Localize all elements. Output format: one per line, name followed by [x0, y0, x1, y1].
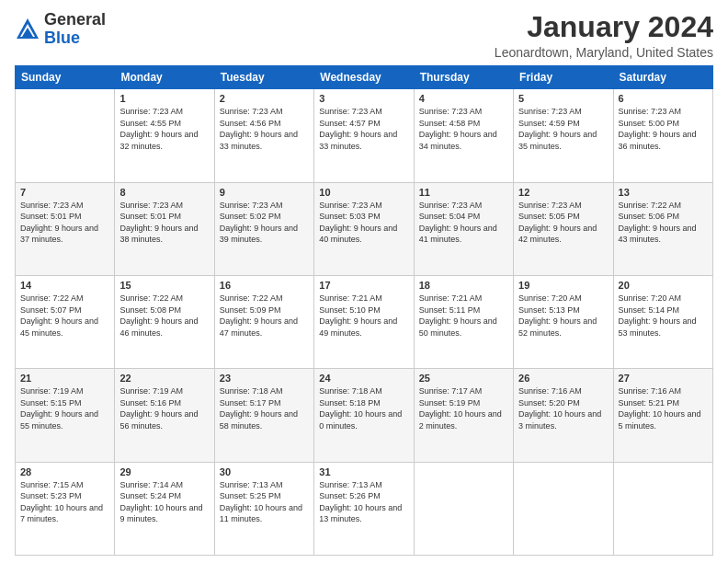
daylight-text: Daylight: 10 hours and 11 minutes.	[220, 503, 302, 524]
sunset-text: Sunset: 4:55 PM	[119, 119, 181, 128]
day-number: 23	[220, 373, 309, 384]
sunset-text: Sunset: 5:08 PM	[119, 305, 181, 315]
daylight-text: Daylight: 9 hours and 42 minutes.	[518, 224, 597, 245]
day-number: 1	[119, 93, 209, 104]
sunset-text: Sunset: 5:10 PM	[319, 305, 381, 315]
sunrise-text: Sunrise: 7:15 AM	[20, 480, 84, 489]
day-info: Sunrise: 7:19 AM Sunset: 5:15 PM Dayligh…	[20, 385, 109, 431]
day-info: Sunrise: 7:23 AM Sunset: 4:57 PM Dayligh…	[319, 106, 408, 152]
daylight-text: Daylight: 9 hours and 34 minutes.	[419, 130, 497, 151]
day-number: 29	[119, 466, 209, 477]
daylight-text: Daylight: 9 hours and 46 minutes.	[119, 316, 198, 338]
calendar-week-row: 7 Sunrise: 7:23 AM Sunset: 5:01 PM Dayli…	[16, 182, 713, 275]
day-number: 11	[419, 187, 508, 198]
day-info: Sunrise: 7:23 AM Sunset: 5:04 PM Dayligh…	[419, 200, 508, 246]
day-number: 13	[619, 187, 708, 198]
sunrise-text: Sunrise: 7:23 AM	[220, 201, 283, 210]
daylight-text: Daylight: 9 hours and 35 minutes.	[518, 130, 597, 151]
sunrise-text: Sunrise: 7:18 AM	[220, 386, 283, 396]
table-row: 16 Sunrise: 7:22 AM Sunset: 5:09 PM Dayl…	[214, 275, 313, 368]
daylight-text: Daylight: 9 hours and 45 minutes.	[20, 316, 98, 338]
sunset-text: Sunset: 5:01 PM	[20, 212, 82, 221]
logo-text: General Blue	[44, 11, 106, 48]
table-row: 31 Sunrise: 7:13 AM Sunset: 5:26 PM Dayl…	[314, 462, 414, 555]
day-number: 25	[419, 373, 508, 384]
sunrise-text: Sunrise: 7:16 AM	[619, 386, 682, 396]
day-info: Sunrise: 7:23 AM Sunset: 4:58 PM Dayligh…	[419, 106, 508, 152]
calendar-week-row: 1 Sunrise: 7:23 AM Sunset: 4:55 PM Dayli…	[16, 89, 713, 182]
table-row: 28 Sunrise: 7:15 AM Sunset: 5:23 PM Dayl…	[16, 462, 115, 555]
day-number: 15	[119, 280, 209, 291]
daylight-text: Daylight: 10 hours and 7 minutes.	[20, 503, 103, 524]
daylight-text: Daylight: 9 hours and 52 minutes.	[518, 316, 597, 338]
day-info: Sunrise: 7:23 AM Sunset: 5:05 PM Dayligh…	[518, 200, 608, 246]
col-sunday: Sunday	[16, 66, 115, 89]
daylight-text: Daylight: 9 hours and 56 minutes.	[119, 409, 198, 431]
day-number: 5	[518, 93, 608, 104]
daylight-text: Daylight: 9 hours and 36 minutes.	[619, 130, 697, 151]
table-row: 4 Sunrise: 7:23 AM Sunset: 4:58 PM Dayli…	[414, 89, 513, 182]
day-info: Sunrise: 7:22 AM Sunset: 5:08 PM Dayligh…	[119, 293, 209, 339]
sunset-text: Sunset: 5:23 PM	[20, 491, 82, 500]
calendar-week-row: 28 Sunrise: 7:15 AM Sunset: 5:23 PM Dayl…	[16, 462, 713, 555]
sunrise-text: Sunrise: 7:16 AM	[518, 386, 582, 396]
table-row: 23 Sunrise: 7:18 AM Sunset: 5:17 PM Dayl…	[214, 369, 313, 462]
daylight-text: Daylight: 9 hours and 37 minutes.	[20, 224, 98, 245]
sunset-text: Sunset: 5:24 PM	[119, 491, 181, 500]
day-info: Sunrise: 7:18 AM Sunset: 5:17 PM Dayligh…	[220, 385, 309, 431]
day-info: Sunrise: 7:15 AM Sunset: 5:23 PM Dayligh…	[20, 479, 109, 525]
sunset-text: Sunset: 5:03 PM	[319, 212, 381, 221]
day-info: Sunrise: 7:23 AM Sunset: 5:00 PM Dayligh…	[619, 106, 708, 152]
sunset-text: Sunset: 5:19 PM	[419, 398, 481, 408]
sunrise-text: Sunrise: 7:23 AM	[419, 107, 483, 116]
table-row: 14 Sunrise: 7:22 AM Sunset: 5:07 PM Dayl…	[16, 275, 115, 368]
daylight-text: Daylight: 9 hours and 55 minutes.	[20, 409, 98, 431]
daylight-text: Daylight: 9 hours and 58 minutes.	[220, 409, 298, 431]
table-row: 21 Sunrise: 7:19 AM Sunset: 5:15 PM Dayl…	[16, 369, 115, 462]
sunrise-text: Sunrise: 7:19 AM	[119, 386, 183, 396]
day-number: 4	[419, 93, 508, 104]
table-row: 27 Sunrise: 7:16 AM Sunset: 5:21 PM Dayl…	[613, 369, 712, 462]
table-row	[514, 462, 613, 555]
sunrise-text: Sunrise: 7:22 AM	[119, 293, 183, 303]
day-number: 27	[619, 373, 708, 384]
day-number: 21	[20, 373, 109, 384]
sunrise-text: Sunrise: 7:23 AM	[220, 107, 283, 116]
daylight-text: Daylight: 9 hours and 53 minutes.	[619, 316, 697, 338]
sunrise-text: Sunrise: 7:18 AM	[319, 386, 382, 396]
table-row: 6 Sunrise: 7:23 AM Sunset: 5:00 PM Dayli…	[613, 89, 712, 182]
calendar-week-row: 14 Sunrise: 7:22 AM Sunset: 5:07 PM Dayl…	[16, 275, 713, 368]
sunset-text: Sunset: 5:01 PM	[119, 212, 181, 221]
day-number: 22	[119, 373, 209, 384]
day-number: 12	[518, 187, 608, 198]
sunset-text: Sunset: 5:05 PM	[518, 212, 580, 221]
table-row: 5 Sunrise: 7:23 AM Sunset: 4:59 PM Dayli…	[514, 89, 613, 182]
sunrise-text: Sunrise: 7:23 AM	[119, 107, 183, 116]
table-row: 30 Sunrise: 7:13 AM Sunset: 5:25 PM Dayl…	[214, 462, 313, 555]
sunset-text: Sunset: 5:00 PM	[619, 119, 680, 128]
sunrise-text: Sunrise: 7:23 AM	[20, 201, 84, 210]
sunrise-text: Sunrise: 7:21 AM	[319, 293, 382, 303]
logo-blue: Blue	[44, 29, 80, 47]
daylight-text: Daylight: 10 hours and 5 minutes.	[619, 409, 701, 431]
sunset-text: Sunset: 4:56 PM	[220, 119, 281, 128]
day-number: 10	[319, 187, 408, 198]
sunrise-text: Sunrise: 7:22 AM	[619, 201, 682, 210]
daylight-text: Daylight: 10 hours and 9 minutes.	[119, 503, 202, 524]
day-number: 28	[20, 466, 109, 477]
day-number: 3	[319, 93, 408, 104]
day-number: 31	[319, 466, 408, 477]
calendar-header-row: Sunday Monday Tuesday Wednesday Thursday…	[16, 66, 713, 89]
daylight-text: Daylight: 10 hours and 13 minutes.	[319, 503, 402, 524]
table-row: 26 Sunrise: 7:16 AM Sunset: 5:20 PM Dayl…	[514, 369, 613, 462]
day-number: 20	[619, 280, 708, 291]
day-info: Sunrise: 7:22 AM Sunset: 5:07 PM Dayligh…	[20, 293, 109, 339]
table-row: 13 Sunrise: 7:22 AM Sunset: 5:06 PM Dayl…	[613, 182, 712, 275]
calendar-week-row: 21 Sunrise: 7:19 AM Sunset: 5:15 PM Dayl…	[16, 369, 713, 462]
sunrise-text: Sunrise: 7:19 AM	[20, 386, 84, 396]
daylight-text: Daylight: 10 hours and 2 minutes.	[419, 409, 502, 431]
table-row: 7 Sunrise: 7:23 AM Sunset: 5:01 PM Dayli…	[16, 182, 115, 275]
daylight-text: Daylight: 9 hours and 41 minutes.	[419, 224, 497, 245]
table-row: 11 Sunrise: 7:23 AM Sunset: 5:04 PM Dayl…	[414, 182, 513, 275]
day-info: Sunrise: 7:20 AM Sunset: 5:13 PM Dayligh…	[518, 293, 608, 339]
